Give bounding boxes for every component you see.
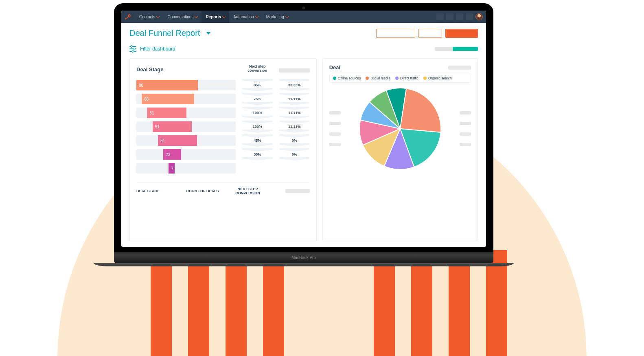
legend-dot-icon: [333, 77, 336, 80]
deal-stage-card: Deal Stage Next step conversion 8085%33.…: [129, 58, 317, 241]
th-deal-stage: DEAL STAGE: [136, 189, 178, 193]
right-pct-value: 0%: [279, 135, 310, 146]
nav-placeholder-icon[interactable]: [436, 13, 444, 20]
top-nav: ContactsConversationsReportsAutomationMa…: [121, 11, 486, 23]
nav-item-reports[interactable]: Reports: [202, 11, 229, 23]
laptop-label: MacBook Pro: [291, 255, 316, 260]
chevron-down-icon: [195, 15, 198, 18]
nav-placeholder-icon[interactable]: [446, 13, 453, 20]
laptop-frame: ContactsConversationsReportsAutomationMa…: [114, 3, 493, 263]
funnel-row: 7: [136, 161, 310, 175]
avatar[interactable]: [475, 13, 483, 20]
legend-dot-icon: [423, 77, 427, 80]
chevron-down-icon: [255, 15, 258, 18]
pie-legend: Offline sourcesSocial mediaDirect traffi…: [329, 74, 471, 83]
funnel-bar: 51: [136, 121, 236, 132]
view-toggle[interactable]: [435, 47, 478, 51]
next-step-value: 100%: [242, 108, 273, 118]
page-title: Deal Funnel Report: [129, 29, 200, 38]
legend-dot-icon: [395, 77, 399, 80]
legend-item: Social media: [366, 76, 390, 80]
table-header-row: DEAL STAGE COUNT OF DEALS NEXT STEP CONV…: [136, 182, 310, 195]
camera-dot: [302, 7, 305, 9]
chevron-down-icon: [222, 15, 226, 18]
next-step-value: 75%: [242, 94, 273, 104]
right-pct-value: 33.33%: [279, 80, 310, 90]
right-pct-value: 11.11%: [279, 108, 310, 118]
legend-item: Organic search: [423, 76, 452, 80]
pie-header-placeholder: [448, 66, 471, 70]
next-step-value: 30%: [242, 149, 273, 160]
funnel-bar: 80: [136, 80, 236, 90]
th-count: COUNT OF DEALS: [182, 189, 223, 193]
funnel-bar: 68: [136, 94, 236, 104]
hubspot-logo-icon[interactable]: [125, 13, 131, 20]
action-button-1[interactable]: [376, 29, 415, 38]
funnel-row: 51100%11.11%: [136, 106, 310, 120]
title-bar: Deal Funnel Report: [121, 23, 486, 41]
nav-item-conversations[interactable]: Conversations: [163, 11, 202, 23]
funnel-bar: 51: [136, 135, 236, 146]
funnel-bar: 51: [136, 108, 236, 118]
filter-bar: Filter dashboard: [121, 41, 486, 55]
legend-item: Offline sources: [333, 76, 361, 80]
col-placeholder: [279, 68, 310, 73]
next-step-value: 85%: [242, 80, 273, 90]
deal-stage-title: Deal Stage: [136, 66, 236, 73]
nav-placeholder-icon[interactable]: [466, 13, 473, 20]
deal-pie-card: Deal Offline sourcesSocial mediaDirect t…: [322, 58, 478, 241]
funnel-row: 51100%11.11%: [136, 120, 310, 134]
funnel-row: 2330%0%: [136, 147, 310, 161]
pie-left-labels: [329, 86, 341, 171]
filter-icon[interactable]: [129, 46, 136, 52]
th-next-step: NEXT STEP CONVERSION: [227, 187, 269, 195]
right-pct-value: 11.11%: [279, 121, 310, 132]
funnel-bar: 7: [136, 163, 236, 174]
right-pct-value: 0%: [279, 149, 310, 160]
next-step-value: 45%: [242, 135, 273, 146]
th-placeholder: [285, 189, 310, 193]
filter-label[interactable]: Filter dashboard: [140, 46, 175, 52]
nav-placeholder-icon[interactable]: [456, 13, 463, 20]
pie-slice: [400, 88, 441, 132]
nav-item-marketing[interactable]: Marketing: [262, 11, 292, 23]
chevron-down-icon: [156, 15, 160, 18]
laptop-base: MacBook Pro: [114, 252, 493, 263]
title-dropdown-icon[interactable]: [206, 32, 210, 35]
app-screen: ContactsConversationsReportsAutomationMa…: [121, 11, 486, 247]
pie-right-labels: [460, 86, 471, 171]
chevron-down-icon: [285, 15, 288, 18]
deal-pie-chart: [357, 86, 443, 171]
funnel-row: 8085%33.33%: [136, 78, 310, 92]
funnel-bar: 23: [136, 149, 236, 160]
funnel-row: 5145%0%: [136, 134, 310, 147]
svg-point-2: [125, 18, 126, 20]
col-next-step: Next step conversion: [242, 64, 273, 73]
action-button-primary[interactable]: [445, 29, 478, 38]
nav-item-automation[interactable]: Automation: [229, 11, 262, 23]
action-button-2[interactable]: [418, 29, 442, 38]
nav-item-contacts[interactable]: Contacts: [135, 11, 163, 23]
funnel-row: 6875%11.11%: [136, 92, 310, 106]
legend-item: Direct traffic: [395, 76, 418, 80]
next-step-value: 100%: [242, 121, 273, 132]
right-pct-value: 11.11%: [279, 94, 310, 104]
deal-pie-title: Deal: [329, 64, 340, 70]
legend-dot-icon: [366, 77, 369, 80]
